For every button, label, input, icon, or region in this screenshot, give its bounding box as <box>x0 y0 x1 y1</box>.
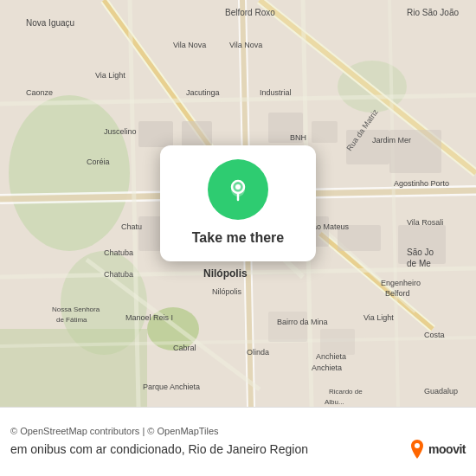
svg-text:Cabral: Cabral <box>173 344 196 352</box>
svg-text:Bairro da Mina: Bairro da Mina <box>277 318 328 326</box>
svg-text:Albu...: Albu... <box>325 398 344 406</box>
svg-text:Vila Rosali: Vila Rosali <box>407 218 443 227</box>
svg-rect-25 <box>138 121 173 147</box>
svg-point-82 <box>415 443 420 448</box>
svg-text:Anchieta: Anchieta <box>312 363 342 372</box>
svg-text:Nova Iguaçu: Nova Iguaçu <box>26 18 74 28</box>
svg-text:Chatuba: Chatuba <box>104 270 133 279</box>
svg-text:Belford Roxo: Belford Roxo <box>225 8 275 17</box>
svg-text:Costa: Costa <box>424 331 445 339</box>
svg-point-1 <box>9 95 130 251</box>
svg-rect-4 <box>0 329 147 407</box>
svg-text:Vila Nova: Vila Nova <box>173 41 206 49</box>
action-card: Take me there <box>160 145 316 261</box>
svg-text:Anchieta: Anchieta <box>316 352 346 361</box>
svg-point-81 <box>235 184 241 190</box>
take-me-there-button[interactable]: Take me there <box>192 228 284 248</box>
svg-text:Caonze: Caonze <box>26 88 53 97</box>
svg-text:Coréia: Coréia <box>87 158 110 166</box>
svg-text:Jardim Mer: Jardim Mer <box>372 136 411 145</box>
bottom-bar: © OpenStreetMap contributors | © OpenMap… <box>0 407 476 476</box>
svg-text:Manoel Reis I: Manoel Reis I <box>125 313 173 322</box>
svg-text:Belford: Belford <box>385 289 410 298</box>
route-description: em onibus com ar condicionado, Rio de Ja… <box>10 442 308 456</box>
svg-text:Nilópolis: Nilópolis <box>203 267 248 280</box>
svg-text:Vila Nova: Vila Nova <box>229 41 262 49</box>
svg-text:Via Light: Via Light <box>363 313 394 322</box>
svg-text:Guadalup: Guadalup <box>424 387 458 396</box>
svg-text:de Fátima: de Fátima <box>56 316 87 324</box>
svg-text:de Me: de Me <box>407 259 431 268</box>
location-pin-icon <box>208 159 268 220</box>
svg-text:BNH: BNH <box>290 133 306 142</box>
moovit-pin-icon <box>409 440 425 459</box>
svg-text:Rio São João: Rio São João <box>407 8 459 17</box>
moovit-logo: moovit <box>409 440 466 459</box>
svg-text:Agostinho Porto: Agostinho Porto <box>394 179 449 188</box>
map-view: Nova Iguaçu Belford Roxo Rio São João Ca… <box>0 0 476 407</box>
svg-text:Industrial: Industrial <box>260 88 292 97</box>
svg-text:Juscelino: Juscelino <box>104 127 137 136</box>
map-attribution: © OpenStreetMap contributors | © OpenMap… <box>10 426 466 436</box>
route-info: em onibus com ar condicionado, Rio de Ja… <box>10 440 466 459</box>
svg-text:Nilópolis: Nilópolis <box>212 287 242 296</box>
svg-text:Chatu: Chatu <box>121 222 142 231</box>
svg-text:Ricardo de: Ricardo de <box>329 388 363 396</box>
svg-rect-35 <box>268 312 307 342</box>
svg-text:Olinda: Olinda <box>247 348 269 357</box>
svg-text:Jacutinga: Jacutinga <box>186 88 220 97</box>
svg-text:Chatuba: Chatuba <box>104 248 133 257</box>
moovit-text: moovit <box>428 442 466 456</box>
svg-text:Parque Anchieta: Parque Anchieta <box>143 383 200 391</box>
svg-text:Engenheiro: Engenheiro <box>381 279 421 287</box>
svg-rect-36 <box>320 329 355 355</box>
svg-text:Nossa Senhora: Nossa Senhora <box>52 306 100 313</box>
svg-rect-28 <box>312 121 338 143</box>
svg-text:São Jo: São Jo <box>407 248 434 257</box>
svg-rect-26 <box>182 121 212 147</box>
svg-text:Via Light: Via Light <box>95 71 125 80</box>
